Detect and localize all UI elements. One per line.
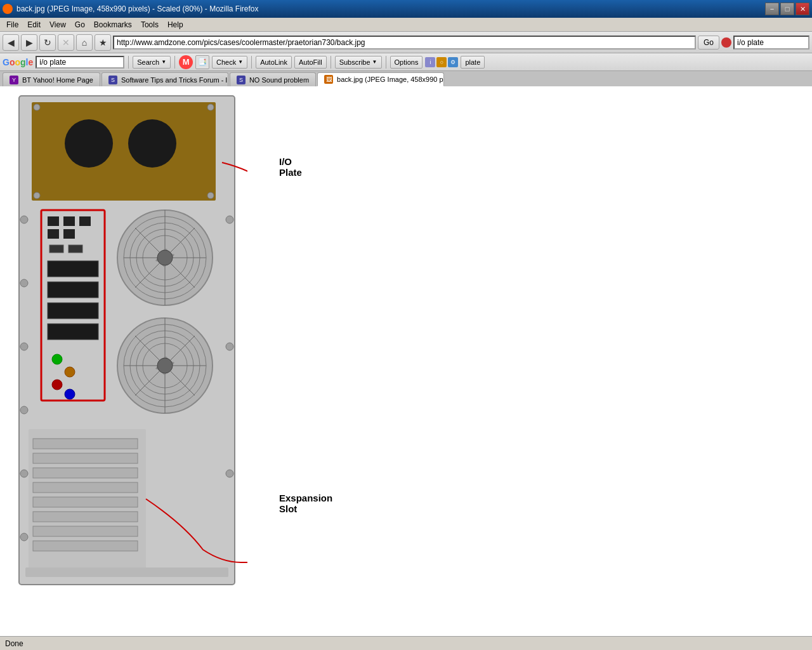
- forward-button[interactable]: ▶: [21, 34, 37, 51]
- svg-rect-53: [33, 541, 138, 551]
- svg-point-60: [226, 216, 233, 223]
- minimize-button[interactable]: −: [765, 3, 779, 15]
- address-bar[interactable]: [113, 36, 696, 50]
- tab-image[interactable]: 🖼 back.jpg (JPEG Image, 458x990 pixels) …: [317, 72, 444, 86]
- svg-rect-16: [69, 245, 82, 253]
- address-bar-container: Go: [113, 36, 719, 50]
- io-plate-label-line2: Plate: [279, 167, 302, 178]
- autolink-button[interactable]: AutoLink: [256, 56, 292, 69]
- svg-point-44: [157, 358, 173, 373]
- menu-view[interactable]: View: [46, 19, 70, 30]
- svg-rect-11: [63, 216, 75, 226]
- history-button[interactable]: ★: [95, 34, 111, 51]
- expansion-slot-label: Exspansion Slot: [279, 493, 332, 514]
- svg-rect-10: [48, 216, 59, 226]
- svg-point-22: [65, 367, 75, 377]
- svg-rect-50: [33, 497, 138, 507]
- svg-rect-15: [49, 245, 63, 253]
- case-image: [6, 93, 247, 588]
- options-button[interactable]: Options: [390, 56, 423, 69]
- icon-o[interactable]: ○: [436, 57, 447, 67]
- io-plate-annotation: I/O Plate: [279, 156, 302, 178]
- svg-rect-52: [33, 526, 138, 536]
- gmail-icon[interactable]: M: [179, 55, 193, 69]
- separator-2: [174, 56, 175, 69]
- sound-favicon: S: [237, 76, 246, 84]
- img-favicon: 🖼: [324, 75, 333, 84]
- statusbar: Done: [0, 636, 812, 650]
- svg-point-59: [20, 533, 28, 541]
- tab-forum[interactable]: S Software Tips and Tricks Forum - Inbox: [102, 72, 228, 86]
- yahoo-favicon: Y: [10, 76, 18, 84]
- menu-edit[interactable]: Edit: [23, 19, 44, 30]
- svg-point-4: [207, 104, 214, 110]
- google-logo: Google: [3, 57, 33, 67]
- svg-rect-51: [33, 512, 138, 522]
- svg-rect-2: [32, 102, 216, 201]
- autofill-button[interactable]: AutoFill: [294, 56, 327, 69]
- svg-point-62: [226, 470, 233, 477]
- case-container: I/O Plate Exspansion Slot: [6, 93, 247, 588]
- maximize-button[interactable]: □: [780, 3, 794, 15]
- tabbar: Y BT Yahoo! Home Page S Software Tips an…: [0, 71, 812, 86]
- menu-bookmarks[interactable]: Bookmarks: [90, 19, 136, 30]
- svg-rect-13: [48, 229, 59, 239]
- svg-rect-17: [48, 261, 98, 277]
- forum-favicon: S: [108, 76, 117, 84]
- toolbar-icons: i ○ ⚙: [425, 57, 458, 67]
- google-search-button[interactable]: Search ▼: [133, 56, 171, 69]
- navbar: ◀ ▶ ↻ ✕ ⌂ ★ Go: [0, 32, 812, 53]
- reload-button[interactable]: ↻: [39, 34, 56, 51]
- separator-5: [386, 56, 386, 69]
- svg-rect-47: [33, 453, 138, 463]
- image-viewport: I/O Plate Exspansion Slot: [0, 86, 812, 636]
- menu-go[interactable]: Go: [71, 19, 89, 30]
- svg-point-57: [20, 406, 28, 414]
- svg-point-34: [157, 250, 173, 265]
- io-plate-label-line1: I/O: [279, 156, 302, 167]
- svg-rect-46: [33, 439, 138, 449]
- google-toolbar: Google Search ▼ M 📑 Check ▼ AutoLink Aut…: [0, 53, 812, 71]
- svg-rect-64: [25, 567, 228, 577]
- svg-point-56: [20, 343, 28, 350]
- search-right: [721, 36, 809, 50]
- go-button[interactable]: Go: [698, 36, 719, 50]
- tab-bt-yahoo[interactable]: Y BT Yahoo! Home Page: [3, 72, 100, 86]
- google-search-input[interactable]: [36, 56, 124, 69]
- svg-rect-20: [48, 324, 98, 340]
- svg-rect-18: [48, 282, 98, 298]
- subscribe-button[interactable]: Subscribe ▼: [335, 56, 382, 69]
- svg-point-24: [65, 389, 75, 399]
- separator-4: [331, 56, 331, 69]
- titlebar-buttons: − □ ✕: [765, 3, 809, 15]
- svg-point-5: [34, 192, 40, 199]
- separator-3: [251, 56, 252, 69]
- icon-i[interactable]: i: [425, 57, 435, 67]
- check-button[interactable]: Check ▼: [212, 56, 247, 69]
- menu-tools[interactable]: Tools: [137, 19, 162, 30]
- svg-point-23: [52, 380, 62, 390]
- stop-button[interactable]: ✕: [58, 34, 74, 51]
- content-area: I/O Plate Exspansion Slot: [0, 86, 812, 636]
- plate-button[interactable]: plate: [461, 56, 485, 69]
- svg-rect-19: [48, 303, 98, 319]
- svg-rect-14: [63, 229, 75, 239]
- firefox-icon: [3, 4, 13, 14]
- bookmark-icon[interactable]: 📑: [195, 55, 209, 69]
- home-button[interactable]: ⌂: [76, 34, 93, 51]
- tab-sound[interactable]: S NO Sound problem: [230, 72, 316, 86]
- back-button[interactable]: ◀: [3, 34, 19, 51]
- menu-help[interactable]: Help: [164, 19, 187, 30]
- navbar-search-input[interactable]: [733, 36, 809, 50]
- status-text: Done: [5, 639, 23, 648]
- menu-file[interactable]: File: [3, 19, 22, 30]
- svg-point-61: [226, 343, 233, 350]
- close-button[interactable]: ✕: [796, 3, 809, 15]
- stop-icon: [721, 37, 731, 48]
- svg-point-3: [34, 104, 40, 110]
- expansion-slot-annotation: Exspansion Slot: [279, 493, 332, 514]
- svg-rect-12: [79, 216, 91, 226]
- svg-point-7: [65, 119, 113, 168]
- titlebar-title: back.jpg (JPEG Image, 458x990 pixels) - …: [16, 4, 259, 13]
- icon-settings[interactable]: ⚙: [448, 57, 458, 67]
